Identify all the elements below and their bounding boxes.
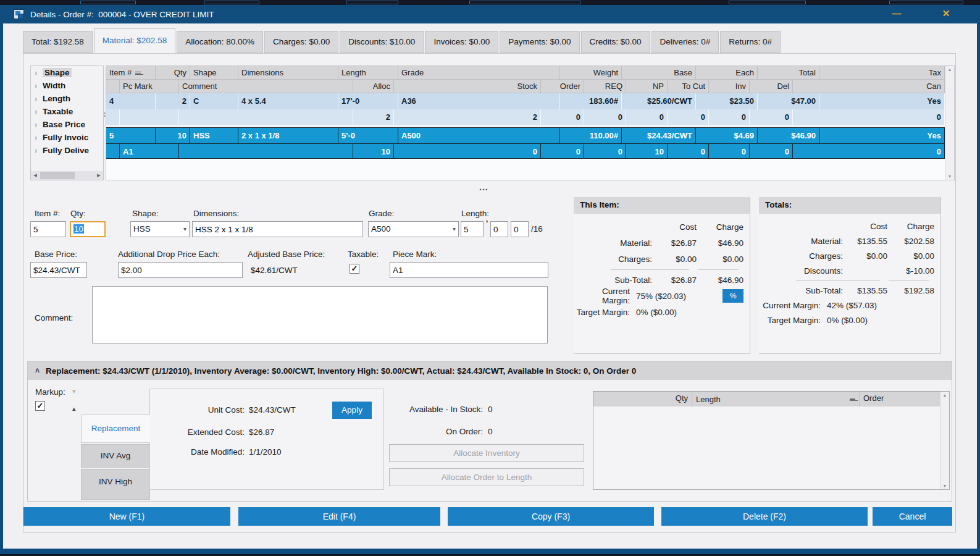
column-header-req[interactable]: REQ — [584, 80, 626, 93]
scroll-up-icon[interactable]: ▲ — [945, 67, 954, 72]
order-line-row-main-selected[interactable]: 5 10 HSS 2 x 1 x 1/8 5'-0 A500 110.00# $… — [106, 127, 945, 143]
column-header-grade[interactable]: Grade — [398, 66, 560, 80]
allocation-grid-scrollbar[interactable]: ▲ ▼ — [940, 392, 949, 489]
column-header-weight[interactable]: Weight — [560, 66, 622, 80]
column-header-alloc[interactable]: Alloc — [353, 80, 394, 93]
tree-item-label: Width — [43, 81, 65, 90]
tree-expand-icon[interactable]: › — [35, 68, 40, 77]
tree-item-shape[interactable]: › Shape — [31, 66, 103, 79]
column-header-total[interactable]: Total — [758, 66, 819, 80]
delete-button[interactable]: Delete (F2) — [661, 507, 868, 526]
length-sixteenths-field[interactable] — [511, 221, 529, 237]
tree-item-base-price[interactable]: › Base Price — [31, 118, 103, 131]
column-header-qty[interactable]: Qty — [593, 392, 692, 406]
tab-returns[interactable]: Returns: 0# — [720, 31, 781, 53]
column-header-to-cut[interactable]: To Cut — [668, 80, 709, 93]
cost-tab-inv-high[interactable]: INV High — [81, 469, 150, 500]
replacement-header[interactable]: ˄ Replacement: $24.43/CWT (1/1/2010), In… — [28, 361, 952, 380]
tree-item-length[interactable]: › Length — [31, 92, 103, 105]
tree-expand-icon[interactable]: › — [35, 120, 40, 129]
column-header-tax[interactable]: Tax — [819, 66, 945, 80]
column-header-stock[interactable]: Stock — [394, 80, 541, 93]
tab-discounts[interactable]: Discounts: $10.00 — [340, 31, 424, 53]
column-header-item[interactable]: Item # — [106, 66, 156, 80]
tab-material[interactable]: Material: $202.58 — [94, 28, 175, 53]
collapse-icon[interactable]: ˄ — [35, 366, 40, 375]
scroll-down-icon[interactable]: ▼ — [940, 484, 949, 488]
length-inches-field[interactable] — [490, 221, 508, 237]
copy-button[interactable]: Copy (F3) — [448, 507, 654, 526]
scrollbar-thumb[interactable] — [40, 172, 75, 179]
allocate-inventory-button[interactable]: Allocate Inventory — [389, 444, 584, 462]
column-header-del[interactable]: Del — [750, 80, 793, 93]
drop-price-field[interactable] — [118, 262, 243, 278]
column-header-order[interactable]: Order — [541, 80, 584, 93]
column-header-comment[interactable]: Comment — [179, 80, 353, 93]
caret-up-icon[interactable]: ▴ — [72, 405, 76, 413]
new-button[interactable]: New (F1) — [23, 507, 230, 526]
order-line-row-detail-selected[interactable]: A1 10 0 0 0 10 0 0 0 0 — [106, 143, 945, 159]
grade-dropdown[interactable]: A500 ▾ — [368, 221, 459, 237]
apply-button[interactable]: Apply — [332, 402, 372, 419]
column-header-pc-mark[interactable]: Pc Mark — [120, 80, 179, 93]
tab-deliveries[interactable]: Deliveries: 0# — [651, 31, 719, 53]
markup-checkbox[interactable]: ✓ — [35, 401, 45, 411]
column-header-can[interactable]: Can — [793, 80, 945, 93]
column-header-inv[interactable]: Inv — [709, 80, 750, 93]
edit-button[interactable]: Edit (F4) — [238, 507, 440, 526]
charges-charge: $0.00 — [887, 251, 934, 261]
tree-item-taxable[interactable]: › Taxable — [31, 105, 103, 118]
cost-tab-inv-avg[interactable]: INV Avg — [81, 444, 150, 468]
item-number-field[interactable] — [30, 221, 66, 237]
column-header-each[interactable]: Each — [696, 66, 758, 80]
taxable-checkbox[interactable]: ✓ — [350, 264, 359, 274]
tab-invoices[interactable]: Invoices: $0.00 — [425, 31, 498, 53]
order-line-row-detail[interactable]: 2 2 0 0 0 0 0 0 0 — [106, 109, 945, 125]
allocate-order-to-length-button[interactable]: Allocate Order to Length — [389, 468, 584, 486]
grid-vertical-scrollbar[interactable]: ▲ ▼ — [945, 66, 954, 180]
order-line-row-main[interactable]: 4 2 C 4 x 5.4 17'-0 A36 183.60# $25.60/C… — [106, 93, 945, 109]
qty-field[interactable]: 10 — [70, 221, 106, 237]
base-price-field[interactable] — [30, 262, 87, 278]
tree-item-width[interactable]: › Width — [31, 79, 103, 92]
percent-button[interactable]: % — [722, 289, 743, 303]
piece-mark-field[interactable] — [390, 262, 548, 278]
close-icon[interactable]: ✕ — [934, 8, 958, 19]
caret-down-icon[interactable]: ▾ — [72, 387, 76, 395]
column-header-dimensions[interactable]: Dimensions — [238, 66, 338, 80]
tree-horizontal-scrollbar[interactable]: ◀ ▶ — [31, 171, 103, 180]
tree-expand-icon[interactable]: › — [35, 107, 40, 116]
on-order-row: On Order:0 — [389, 427, 493, 436]
minimize-icon[interactable]: — — [884, 8, 909, 19]
cost-tab-replacement[interactable]: Replacement — [81, 415, 150, 443]
column-header-np[interactable]: NP — [626, 80, 668, 93]
material-row: Material: $26.87 $46.90 — [574, 235, 743, 251]
tab-total[interactable]: Total: $192.58 — [23, 31, 93, 53]
column-header-length[interactable]: Length — [338, 66, 398, 80]
scroll-up-icon[interactable]: ▲ — [940, 393, 949, 397]
tree-expand-icon[interactable]: › — [35, 133, 40, 142]
scroll-down-icon[interactable]: ▼ — [945, 174, 954, 179]
comment-field[interactable] — [92, 286, 548, 343]
column-header-length[interactable]: Length — [692, 392, 860, 406]
scroll-left-icon[interactable]: ◀ — [31, 171, 40, 180]
shape-dropdown[interactable]: HSS ▾ — [130, 221, 190, 237]
tree-item-fully-delivered[interactable]: › Fully Delive — [31, 144, 103, 157]
tree-expand-icon[interactable]: › — [35, 81, 40, 90]
scroll-right-icon[interactable]: ▶ — [94, 171, 103, 180]
dimensions-field[interactable] — [192, 221, 363, 237]
tab-charges[interactable]: Charges: $0.00 — [264, 31, 338, 53]
column-header-shape[interactable]: Shape — [190, 66, 238, 80]
length-feet-field[interactable] — [461, 221, 484, 237]
column-header-base[interactable]: Base — [622, 66, 696, 80]
tree-expand-icon[interactable]: › — [35, 146, 40, 155]
tree-item-fully-invoiced[interactable]: › Fully Invoic — [31, 131, 103, 144]
cancel-button[interactable]: Cancel — [873, 507, 952, 526]
tab-allocation[interactable]: Allocation: 80.00% — [177, 31, 263, 53]
column-header-order[interactable]: Order — [860, 392, 940, 406]
column-header-qty[interactable]: Qty — [156, 66, 190, 80]
tab-credits[interactable]: Credits: $0.00 — [581, 31, 650, 53]
tab-payments[interactable]: Payments: $0.00 — [500, 31, 579, 53]
tree-expand-icon[interactable]: › — [35, 94, 40, 103]
grid-form-splitter[interactable]: ... — [479, 182, 488, 192]
